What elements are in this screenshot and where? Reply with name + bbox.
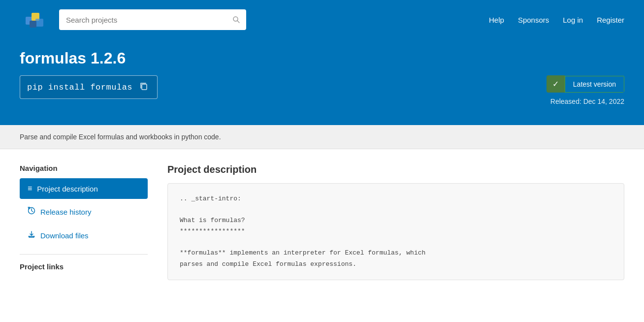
latest-version-container: ✓ Latest version <box>547 75 624 93</box>
code-line-4: ***************** <box>180 226 612 237</box>
download-icon <box>28 230 35 240</box>
project-desc-heading: Project description <box>167 164 624 175</box>
header-nav: Help Sponsors Log in Register <box>489 16 624 24</box>
sidebar: Navigation ≡ Project description Release… <box>20 164 148 280</box>
logo[interactable] <box>20 5 49 34</box>
release-date: Released: Dec 14, 2022 <box>550 97 624 105</box>
nav-help[interactable]: Help <box>489 16 504 24</box>
header: Help Sponsors Log in Register <box>0 0 644 39</box>
copy-button[interactable] <box>137 81 150 94</box>
nav-label-release-history: Release history <box>40 208 91 216</box>
nav-login[interactable]: Log in <box>563 16 583 24</box>
code-line-6: **formulas** implements an interpreter f… <box>180 248 612 258</box>
nav-sponsors[interactable]: Sponsors <box>518 16 549 24</box>
svg-rect-3 <box>30 21 36 28</box>
code-line-7: parses and compile Excel formulas expres… <box>180 259 612 270</box>
project-links-title: Project links <box>20 262 148 271</box>
nav-label-download-files: Download files <box>40 231 89 240</box>
search-input[interactable] <box>59 16 226 24</box>
check-icon: ✓ <box>547 75 565 93</box>
description-text: Parse and compile Excel formulas and wor… <box>20 133 221 141</box>
hero-section: formulas 1.2.6 pip install formulas ✓ La… <box>0 39 644 125</box>
code-block: .. _start-intro: What is formulas? *****… <box>167 183 624 280</box>
package-title: formulas 1.2.6 <box>20 49 624 67</box>
code-line-5 <box>180 237 612 248</box>
project-description-section: Project description .. _start-intro: Wha… <box>167 164 624 280</box>
nav-divider <box>20 254 148 255</box>
nav-register[interactable]: Register <box>597 16 624 24</box>
search-button[interactable] <box>226 16 246 24</box>
pip-command: pip install formulas <box>27 83 132 92</box>
svg-rect-6 <box>142 84 147 90</box>
hero-right: ✓ Latest version Released: Dec 14, 2022 <box>547 75 624 105</box>
code-line-1: .. _start-intro: <box>180 193 612 204</box>
nav-title: Navigation <box>20 164 148 172</box>
search-bar[interactable] <box>59 9 246 30</box>
nav-item-project-description[interactable]: ≡ Project description <box>20 178 148 199</box>
pip-install-box: pip install formulas <box>20 75 158 99</box>
list-icon: ≡ <box>28 184 32 193</box>
sub-description: Parse and compile Excel formulas and wor… <box>0 125 644 149</box>
nav-label-project-description: Project description <box>37 185 97 193</box>
latest-version-button[interactable]: Latest version <box>565 76 624 93</box>
code-line-3: What is formulas? <box>180 215 612 226</box>
svg-line-5 <box>237 21 239 23</box>
code-line-2 <box>180 204 612 215</box>
hero-content: pip install formulas ✓ Latest version Re… <box>20 75 624 105</box>
history-icon <box>28 207 35 217</box>
nav-item-release-history[interactable]: Release history <box>20 201 148 223</box>
main-content: Navigation ≡ Project description Release… <box>0 149 644 295</box>
nav-item-download-files[interactable]: Download files <box>20 225 148 246</box>
header-left <box>20 5 246 34</box>
svg-rect-2 <box>35 19 43 27</box>
